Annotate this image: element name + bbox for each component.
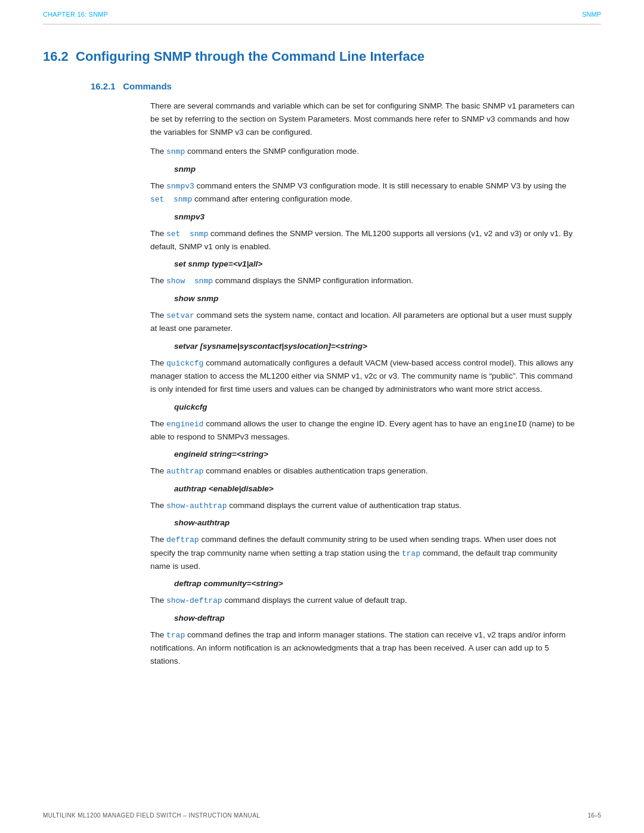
section-title: 16.2 Configuring SNMP through the Comman…: [43, 48, 601, 66]
snmpv3-code: snmpv3: [166, 182, 194, 191]
showdeftrap-code: show-deftrap: [166, 596, 222, 605]
trap-inline-code: trap: [402, 549, 420, 558]
intro-paragraph: There are several commands and variable …: [150, 100, 577, 140]
trap-code: trap: [166, 631, 185, 640]
header-section: SNMP: [582, 11, 601, 18]
setvar-cmd-block: setvar [sysname|syscontact|syslocation]=…: [174, 342, 601, 351]
trap-intro-para: The trap command defines the trap and in…: [150, 628, 577, 668]
setvar-intro-para: The setvar command sets the system name,…: [150, 309, 577, 336]
setvar-code: setvar: [166, 311, 194, 320]
page: CHAPTER 16: SNMP SNMP 16.2 Configuring S…: [0, 0, 644, 833]
showsnmp-intro-para: The show snmp command displays the SNMP …: [150, 274, 577, 287]
snmp-code: snmp: [166, 147, 185, 156]
authtrap-cmd-block: authtrap <enable|disable>: [174, 484, 601, 493]
showsnmp-cmd-block: show snmp: [174, 294, 601, 303]
quickcfg-cmd-block: quickcfg: [174, 402, 601, 411]
setsnmp-cmd-block: set snmp type=<v1|all>: [174, 259, 601, 268]
set-snmp-code: set snmp: [150, 195, 192, 204]
subsection-title: 16.2.1 Commands: [91, 81, 601, 91]
authtrap-intro-para: The authtrap command enables or disables…: [150, 465, 577, 478]
snmpv3-cmd-block: snmpv3: [174, 212, 601, 221]
authtrap-code: authtrap: [166, 467, 203, 476]
showdeftrap-intro-para: The show-deftrap command displays the cu…: [150, 594, 577, 607]
main-content: 16.2 Configuring SNMP through the Comman…: [0, 24, 644, 710]
quickcfg-code: quickcfg: [166, 359, 203, 368]
deftrap-code: deftrap: [166, 535, 199, 544]
showsnmp-code: show snmp: [166, 277, 213, 286]
engineid-inline-code: engineID: [490, 420, 527, 429]
engineid-intro-para: The engineid command allows the user to …: [150, 417, 577, 444]
footer: MULTILINK ML1200 MANAGED FIELD SWITCH – …: [0, 812, 644, 819]
showauthtrap-intro-para: The show-authtrap command displays the c…: [150, 499, 577, 512]
deftrap-cmd-block: deftrap community=<string>: [174, 579, 601, 588]
snmpv3-intro-para: The snmpv3 command enters the SNMP V3 co…: [150, 179, 577, 206]
showdeftrap-cmd-block: show-deftrap: [174, 614, 601, 623]
engineid-cmd-block: engineid string=<string>: [174, 450, 601, 459]
footer-left: MULTILINK ML1200 MANAGED FIELD SWITCH – …: [43, 812, 260, 819]
header-chapter: CHAPTER 16: SNMP: [43, 11, 108, 18]
showauthtrap-cmd-block: show-authtrap: [174, 518, 601, 527]
snmp-intro-para: The snmp command enters the SNMP configu…: [150, 145, 577, 158]
header: CHAPTER 16: SNMP SNMP: [0, 0, 644, 24]
deftrap-intro-para: The deftrap command defines the default …: [150, 533, 577, 573]
snmp-cmd-block: snmp: [174, 165, 601, 174]
showauthtrap-code: show-authtrap: [166, 501, 227, 510]
setsnmp-code: set snmp: [166, 230, 208, 239]
footer-right: 16–5: [588, 812, 601, 819]
setsnmp-intro-para: The set snmp command defines the SNMP ve…: [150, 227, 577, 254]
engineid-code: engineid: [166, 420, 203, 429]
quickcfg-intro-para: The quickcfg command automatically confi…: [150, 357, 577, 397]
